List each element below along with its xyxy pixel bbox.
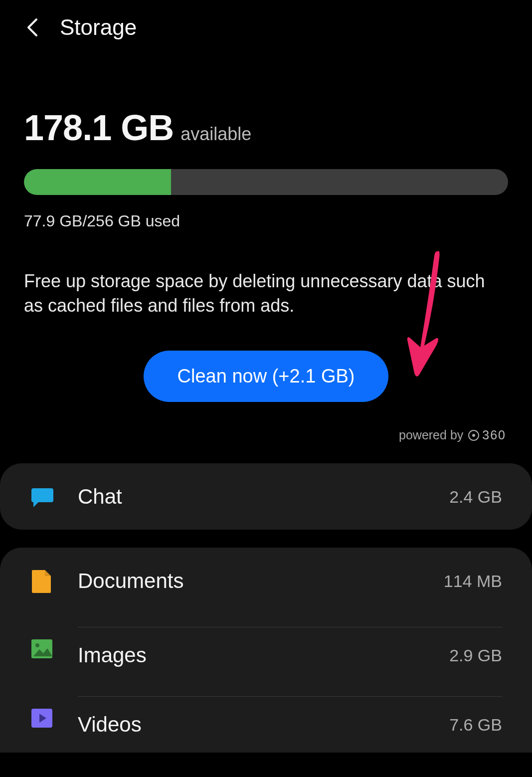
brand-360-text: 360 — [482, 428, 506, 442]
powered-by-prefix: powered by — [399, 428, 463, 442]
brand-360-logo: 360 — [468, 428, 506, 442]
powered-by-label: powered by 360 — [24, 428, 506, 442]
category-name: Images — [78, 643, 147, 667]
image-icon — [30, 637, 54, 661]
category-name: Chat — [78, 485, 122, 509]
brand-360-icon — [468, 430, 479, 441]
available-storage: 178.1 GB available — [24, 107, 508, 148]
available-label: available — [180, 124, 251, 145]
category-name: Documents — [78, 569, 183, 593]
category-row-images[interactable]: Images2.9 GB — [0, 614, 532, 683]
category-size: 2.9 GB — [449, 646, 502, 665]
clean-now-button[interactable]: Clean now (+2.1 GB) — [144, 351, 389, 402]
storage-description: Free up storage space by deleting unnece… — [24, 269, 508, 318]
used-storage-text: 77.9 GB/256 GB used — [24, 212, 508, 230]
page-title: Storage — [60, 15, 137, 40]
video-icon — [30, 706, 54, 730]
document-icon — [30, 569, 54, 593]
category-size: 114 MB — [444, 572, 502, 591]
category-name: Videos — [78, 713, 142, 737]
chat-icon — [30, 485, 54, 509]
category-row-videos[interactable]: Videos7.6 GB — [0, 683, 532, 753]
category-row-documents[interactable]: Documents114 MB — [0, 548, 532, 614]
category-size: 2.4 GB — [449, 487, 502, 507]
available-amount: 178.1 GB — [24, 107, 174, 148]
category-row-chat[interactable]: Chat2.4 GB — [0, 463, 532, 530]
storage-progress-fill — [24, 169, 171, 195]
back-icon[interactable] — [25, 17, 40, 37]
storage-progress-bar — [24, 169, 508, 195]
svg-point-1 — [35, 643, 39, 647]
category-size: 7.6 GB — [449, 715, 502, 735]
